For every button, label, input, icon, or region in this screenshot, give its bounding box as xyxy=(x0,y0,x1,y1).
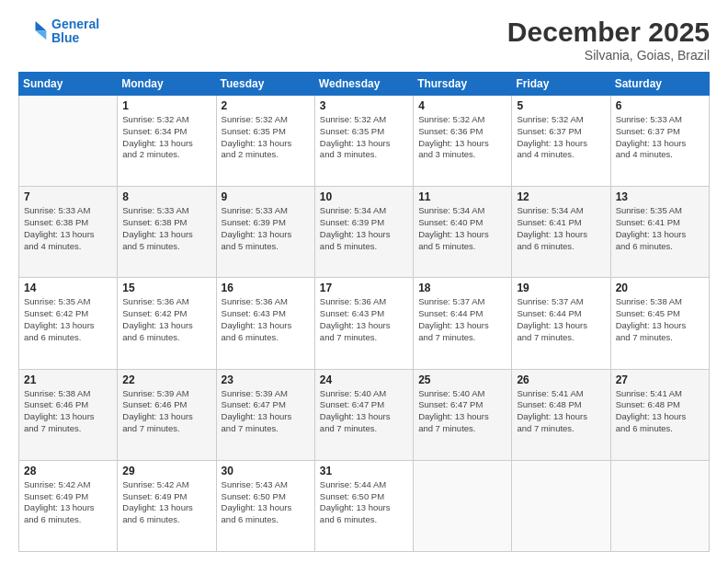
day-info: Sunrise: 5:32 AMSunset: 6:37 PMDaylight:… xyxy=(517,114,605,161)
day-number: 31 xyxy=(320,465,408,477)
title-block: December 2025 Silvania, Goias, Brazil xyxy=(507,17,710,63)
table-row xyxy=(414,460,512,551)
table-row: 17Sunrise: 5:36 AMSunset: 6:43 PMDayligh… xyxy=(314,278,413,369)
calendar-week-row: 1Sunrise: 5:32 AMSunset: 6:34 PMDaylight… xyxy=(19,96,710,187)
day-number: 20 xyxy=(616,282,704,294)
day-info: Sunrise: 5:41 AMSunset: 6:48 PMDaylight:… xyxy=(517,388,605,435)
page: General Blue December 2025 Silvania, Goi… xyxy=(0,0,728,563)
logo-icon xyxy=(18,17,48,46)
day-info: Sunrise: 5:41 AMSunset: 6:48 PMDaylight:… xyxy=(616,388,704,435)
calendar-table: Sunday Monday Tuesday Wednesday Thursday… xyxy=(18,72,710,552)
table-row: 28Sunrise: 5:42 AMSunset: 6:49 PMDayligh… xyxy=(19,460,118,551)
table-row: 4Sunrise: 5:32 AMSunset: 6:36 PMDaylight… xyxy=(414,96,512,187)
day-info: Sunrise: 5:36 AMSunset: 6:43 PMDaylight:… xyxy=(222,296,310,343)
day-number: 7 xyxy=(24,190,112,203)
day-info: Sunrise: 5:33 AMSunset: 6:39 PMDaylight:… xyxy=(222,205,310,252)
table-row: 30Sunrise: 5:43 AMSunset: 6:50 PMDayligh… xyxy=(216,460,314,551)
day-number: 15 xyxy=(122,282,210,294)
day-info: Sunrise: 5:42 AMSunset: 6:49 PMDaylight:… xyxy=(122,479,210,526)
day-info: Sunrise: 5:37 AMSunset: 6:44 PMDaylight:… xyxy=(418,296,506,343)
table-row xyxy=(610,460,709,551)
day-info: Sunrise: 5:35 AMSunset: 6:41 PMDaylight:… xyxy=(616,205,704,252)
day-info: Sunrise: 5:40 AMSunset: 6:47 PMDaylight:… xyxy=(320,388,408,435)
day-number: 8 xyxy=(122,190,210,203)
day-number: 13 xyxy=(616,190,704,203)
day-number: 17 xyxy=(320,282,408,294)
table-row: 6Sunrise: 5:33 AMSunset: 6:37 PMDaylight… xyxy=(610,96,709,187)
table-row: 1Sunrise: 5:32 AMSunset: 6:34 PMDaylight… xyxy=(118,96,216,187)
header-monday: Monday xyxy=(118,73,216,96)
day-number: 29 xyxy=(122,465,210,477)
header-sunday: Sunday xyxy=(19,73,118,96)
table-row: 22Sunrise: 5:39 AMSunset: 6:46 PMDayligh… xyxy=(118,369,216,460)
day-info: Sunrise: 5:32 AMSunset: 6:35 PMDaylight:… xyxy=(320,114,408,161)
day-info: Sunrise: 5:35 AMSunset: 6:42 PMDaylight:… xyxy=(24,296,112,343)
day-info: Sunrise: 5:33 AMSunset: 6:38 PMDaylight:… xyxy=(24,205,112,252)
month-title: December 2025 xyxy=(507,17,710,48)
table-row: 26Sunrise: 5:41 AMSunset: 6:48 PMDayligh… xyxy=(512,369,610,460)
day-number: 10 xyxy=(320,190,408,203)
day-info: Sunrise: 5:33 AMSunset: 6:38 PMDaylight:… xyxy=(122,205,210,252)
logo-text: General Blue xyxy=(51,17,99,46)
table-row: 9Sunrise: 5:33 AMSunset: 6:39 PMDaylight… xyxy=(216,187,314,278)
day-number: 1 xyxy=(122,99,210,112)
day-info: Sunrise: 5:40 AMSunset: 6:47 PMDaylight:… xyxy=(418,388,506,435)
logo: General Blue xyxy=(18,17,99,46)
day-info: Sunrise: 5:32 AMSunset: 6:35 PMDaylight:… xyxy=(222,114,310,161)
table-row: 15Sunrise: 5:36 AMSunset: 6:42 PMDayligh… xyxy=(118,278,216,369)
header-tuesday: Tuesday xyxy=(216,73,314,96)
day-number: 9 xyxy=(222,190,310,203)
header-friday: Friday xyxy=(512,73,610,96)
day-info: Sunrise: 5:42 AMSunset: 6:49 PMDaylight:… xyxy=(24,479,112,526)
calendar-week-row: 21Sunrise: 5:38 AMSunset: 6:46 PMDayligh… xyxy=(19,369,710,460)
table-row: 11Sunrise: 5:34 AMSunset: 6:40 PMDayligh… xyxy=(414,187,512,278)
day-number: 2 xyxy=(222,99,310,112)
table-row: 29Sunrise: 5:42 AMSunset: 6:49 PMDayligh… xyxy=(118,460,216,551)
table-row: 27Sunrise: 5:41 AMSunset: 6:48 PMDayligh… xyxy=(610,369,709,460)
day-info: Sunrise: 5:39 AMSunset: 6:47 PMDaylight:… xyxy=(222,388,310,435)
table-row: 12Sunrise: 5:34 AMSunset: 6:41 PMDayligh… xyxy=(512,187,610,278)
day-info: Sunrise: 5:36 AMSunset: 6:43 PMDaylight:… xyxy=(320,296,408,343)
day-info: Sunrise: 5:32 AMSunset: 6:34 PMDaylight:… xyxy=(122,114,210,161)
table-row: 18Sunrise: 5:37 AMSunset: 6:44 PMDayligh… xyxy=(414,278,512,369)
day-number: 19 xyxy=(517,282,605,294)
day-info: Sunrise: 5:43 AMSunset: 6:50 PMDaylight:… xyxy=(222,479,310,526)
table-row: 5Sunrise: 5:32 AMSunset: 6:37 PMDaylight… xyxy=(512,96,610,187)
day-number: 4 xyxy=(418,99,506,112)
table-row: 3Sunrise: 5:32 AMSunset: 6:35 PMDaylight… xyxy=(314,96,413,187)
table-row: 24Sunrise: 5:40 AMSunset: 6:47 PMDayligh… xyxy=(314,369,413,460)
day-info: Sunrise: 5:38 AMSunset: 6:45 PMDaylight:… xyxy=(616,296,704,343)
day-info: Sunrise: 5:38 AMSunset: 6:46 PMDaylight:… xyxy=(24,388,112,435)
day-info: Sunrise: 5:34 AMSunset: 6:39 PMDaylight:… xyxy=(320,205,408,252)
table-row: 21Sunrise: 5:38 AMSunset: 6:46 PMDayligh… xyxy=(19,369,118,460)
day-number: 24 xyxy=(320,373,408,386)
day-number: 21 xyxy=(24,373,112,386)
header: General Blue December 2025 Silvania, Goi… xyxy=(18,17,710,63)
day-number: 27 xyxy=(616,373,704,386)
calendar-week-row: 28Sunrise: 5:42 AMSunset: 6:49 PMDayligh… xyxy=(19,460,710,551)
day-number: 14 xyxy=(24,282,112,294)
day-number: 22 xyxy=(122,373,210,386)
table-row xyxy=(512,460,610,551)
table-row: 16Sunrise: 5:36 AMSunset: 6:43 PMDayligh… xyxy=(216,278,314,369)
day-number: 18 xyxy=(418,282,506,294)
header-wednesday: Wednesday xyxy=(314,73,413,96)
table-row: 7Sunrise: 5:33 AMSunset: 6:38 PMDaylight… xyxy=(19,187,118,278)
table-row xyxy=(19,96,118,187)
table-row: 20Sunrise: 5:38 AMSunset: 6:45 PMDayligh… xyxy=(610,278,709,369)
table-row: 25Sunrise: 5:40 AMSunset: 6:47 PMDayligh… xyxy=(414,369,512,460)
table-row: 19Sunrise: 5:37 AMSunset: 6:44 PMDayligh… xyxy=(512,278,610,369)
day-number: 12 xyxy=(517,190,605,203)
day-number: 30 xyxy=(222,465,310,477)
calendar-header-row: Sunday Monday Tuesday Wednesday Thursday… xyxy=(19,73,710,96)
svg-marker-1 xyxy=(36,30,47,40)
day-number: 11 xyxy=(418,190,506,203)
day-number: 3 xyxy=(320,99,408,112)
calendar-week-row: 14Sunrise: 5:35 AMSunset: 6:42 PMDayligh… xyxy=(19,278,710,369)
day-number: 5 xyxy=(517,99,605,112)
header-saturday: Saturday xyxy=(610,73,709,96)
calendar-week-row: 7Sunrise: 5:33 AMSunset: 6:38 PMDaylight… xyxy=(19,187,710,278)
day-info: Sunrise: 5:36 AMSunset: 6:42 PMDaylight:… xyxy=(122,296,210,343)
day-info: Sunrise: 5:37 AMSunset: 6:44 PMDaylight:… xyxy=(517,296,605,343)
table-row: 2Sunrise: 5:32 AMSunset: 6:35 PMDaylight… xyxy=(216,96,314,187)
